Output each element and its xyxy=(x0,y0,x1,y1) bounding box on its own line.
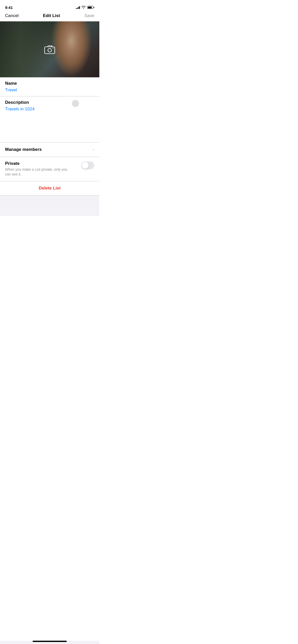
private-toggle-container[interactable] xyxy=(81,162,94,169)
signal-icon xyxy=(76,6,80,9)
save-button[interactable]: Save xyxy=(84,13,94,18)
name-field[interactable]: Name Travel xyxy=(0,77,99,96)
toggle-knob xyxy=(82,162,89,169)
status-icons xyxy=(76,6,94,9)
wifi-icon xyxy=(82,6,86,9)
delete-list-section[interactable]: Delete List xyxy=(0,181,99,195)
private-description: When you make a List private, only you c… xyxy=(5,167,74,177)
description-value[interactable]: Travels in 1024 xyxy=(5,107,94,112)
status-bar: 9:41 xyxy=(0,0,99,11)
form-section: Name Travel Description Travels in 1024 … xyxy=(0,77,99,196)
name-value[interactable]: Travel xyxy=(5,87,94,93)
chevron-right-icon: › xyxy=(93,147,94,152)
page-title: Edit List xyxy=(43,13,60,18)
battery-icon xyxy=(87,6,94,9)
description-field[interactable]: Description Travels in 1024 xyxy=(0,96,99,142)
private-text-group: Private When you make a List private, on… xyxy=(5,161,74,177)
nav-bar: Cancel Edit List Save xyxy=(0,11,99,21)
cover-image[interactable] xyxy=(0,21,99,77)
description-label: Description xyxy=(5,100,94,105)
bottom-spacer xyxy=(0,196,99,216)
description-circle-decoration xyxy=(72,100,79,107)
private-row: Private When you make a List private, on… xyxy=(5,161,94,177)
manage-members-label: Manage members xyxy=(5,147,42,152)
camera-overlay-button[interactable] xyxy=(44,45,55,54)
svg-point-1 xyxy=(48,49,51,52)
status-time: 9:41 xyxy=(5,5,13,10)
cancel-button[interactable]: Cancel xyxy=(5,13,19,18)
camera-icon xyxy=(44,45,55,54)
svg-point-2 xyxy=(53,48,53,49)
private-label: Private xyxy=(5,161,74,166)
name-label: Name xyxy=(5,81,94,86)
private-section: Private When you make a List private, on… xyxy=(0,157,99,181)
delete-list-button[interactable]: Delete List xyxy=(39,186,61,191)
private-toggle[interactable] xyxy=(81,162,94,169)
manage-members-row[interactable]: Manage members › xyxy=(0,142,99,157)
